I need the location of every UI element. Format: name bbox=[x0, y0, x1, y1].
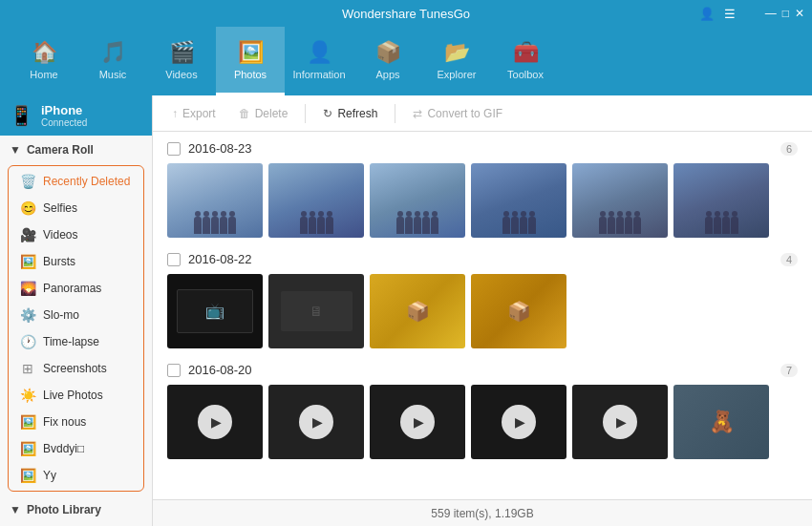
date-group-2: 2016-08-22 4 📺 🖥 bbox=[167, 252, 798, 348]
close-btn[interactable]: ✕ bbox=[795, 7, 804, 20]
photo-thumb-1-5[interactable] bbox=[572, 163, 668, 238]
date-header-left-3: 2016-08-20 bbox=[167, 363, 252, 377]
nav-photos[interactable]: 🖼️ Photos bbox=[216, 27, 285, 95]
toolbar-separator-2 bbox=[395, 104, 395, 123]
bvddyi-label: Bvddyi□ bbox=[43, 442, 84, 455]
photo-thumb-1-4[interactable] bbox=[471, 163, 566, 238]
chevron-down-icon: ▼ bbox=[10, 143, 21, 157]
photo-thumb-3-2[interactable] bbox=[268, 385, 364, 459]
play-overlay-3 bbox=[400, 405, 435, 439]
device-name: iPhone bbox=[41, 103, 87, 117]
timelapse-icon: 🕐 bbox=[20, 334, 35, 349]
sidebar-item-live-photos[interactable]: ☀️ Live Photos bbox=[9, 382, 143, 409]
sidebar-item-bursts[interactable]: 🖼️ Bursts bbox=[9, 248, 143, 275]
photo-thumb-1-1[interactable] bbox=[167, 163, 263, 238]
delete-button[interactable]: 🗑 Delete bbox=[229, 103, 298, 124]
photo-thumb-1-2[interactable] bbox=[268, 163, 364, 238]
nav-home[interactable]: 🏠 Home bbox=[10, 27, 78, 95]
date-header-3: 2016-08-20 7 bbox=[167, 363, 798, 377]
window-controls: — □ ✕ bbox=[765, 7, 804, 20]
sidebar-item-videos[interactable]: 🎥 Videos bbox=[9, 221, 143, 248]
nav-apps[interactable]: 📦 Apps bbox=[353, 27, 422, 95]
delete-icon: 🗑 bbox=[239, 107, 250, 120]
photo-thumb-3-3[interactable] bbox=[370, 385, 465, 459]
title-icons: 👤 ☰ bbox=[699, 7, 736, 21]
trash-icon: 🗑️ bbox=[20, 174, 35, 189]
group-checkbox-2[interactable] bbox=[167, 253, 181, 266]
panoramas-icon: 🌄 bbox=[20, 281, 35, 296]
photo-thumb-1-3[interactable] bbox=[370, 163, 465, 238]
status-text: 559 item(s), 1.19GB bbox=[431, 507, 533, 520]
selfies-icon: 😊 bbox=[20, 200, 35, 216]
nav-explorer-label: Explorer bbox=[438, 69, 477, 80]
nav-toolbox[interactable]: 🧰 Toolbox bbox=[491, 27, 560, 95]
sidebar-item-slo-mo[interactable]: ⚙️ Slo-mo bbox=[9, 302, 143, 328]
minimize-btn[interactable]: — bbox=[765, 7, 777, 20]
date-group-3: 2016-08-20 7 bbox=[167, 363, 798, 459]
sidebar-item-beauly[interactable]: 🖼️ beauly bbox=[0, 521, 152, 526]
photo-thumb-3-6[interactable]: 🧸 bbox=[673, 385, 769, 459]
date-header-left-2: 2016-08-22 bbox=[167, 252, 252, 266]
nav-videos[interactable]: 🎬 Videos bbox=[147, 27, 216, 95]
photo-grid: 2016-08-23 6 bbox=[153, 132, 812, 499]
sidebar-item-selfies[interactable]: 😊 Selfies bbox=[9, 195, 143, 221]
yy-label: Yy bbox=[43, 469, 56, 482]
photo-row-3: 🧸 bbox=[167, 385, 798, 459]
photo-thumb-2-3[interactable]: 📦 bbox=[370, 274, 465, 348]
sidebar-item-fix-nous[interactable]: 🖼️ Fix nous bbox=[9, 409, 143, 435]
nav-photos-label: Photos bbox=[234, 69, 267, 80]
photo-thumb-2-1[interactable]: 📺 bbox=[167, 274, 263, 348]
group-checkbox-1[interactable] bbox=[167, 142, 181, 156]
info-icon: 👤 bbox=[307, 40, 332, 65]
group-checkbox-3[interactable] bbox=[167, 364, 181, 377]
date-label-2: 2016-08-22 bbox=[188, 252, 252, 266]
live-photos-label: Live Photos bbox=[43, 389, 103, 402]
sidebar-item-screenshots[interactable]: ⊞ Screenshots bbox=[9, 355, 143, 382]
content-area: ↑ Export 🗑 Delete ↻ Refresh ⇄ Convert to… bbox=[153, 95, 812, 526]
sidebar-item-panoramas[interactable]: 🌄 Panoramas bbox=[9, 275, 143, 302]
videos-icon: 🎬 bbox=[169, 40, 195, 65]
timelapse-label: Time-lapse bbox=[43, 335, 99, 348]
nav-music[interactable]: 🎵 Music bbox=[78, 27, 147, 95]
convert-label: Convert to GIF bbox=[427, 107, 502, 120]
sidebar-item-bvddyi[interactable]: 🖼️ Bvddyi□ bbox=[9, 435, 143, 462]
recently-deleted-label: Recently Deleted bbox=[43, 175, 130, 188]
slomo-icon: ⚙️ bbox=[20, 307, 35, 323]
photo-thumb-3-5[interactable] bbox=[572, 385, 668, 459]
music-icon: 🎵 bbox=[100, 40, 126, 65]
nav-info-label: Information bbox=[292, 69, 345, 80]
refresh-button[interactable]: ↻ Refresh bbox=[313, 103, 387, 124]
photo-library-header[interactable]: ▼ Photo Library bbox=[0, 495, 152, 521]
sidebar-item-time-lapse[interactable]: 🕐 Time-lapse bbox=[9, 328, 143, 355]
sidebar-item-recently-deleted[interactable]: 🗑️ Recently Deleted bbox=[9, 168, 143, 195]
play-overlay-4 bbox=[502, 405, 536, 439]
main-layout: 📱 iPhone Connected ▼ Camera Roll 🗑️ Rece… bbox=[0, 95, 812, 526]
bvddyi-icon: 🖼️ bbox=[20, 441, 35, 456]
photo-thumb-2-2[interactable]: 🖥 bbox=[268, 274, 364, 348]
nav-information[interactable]: 👤 Information bbox=[285, 27, 353, 95]
convert-gif-button[interactable]: ⇄ Convert to GIF bbox=[403, 103, 512, 124]
photo-thumb-1-6[interactable] bbox=[673, 163, 769, 238]
nav-videos-label: Videos bbox=[165, 69, 197, 80]
toolbar-separator-1 bbox=[305, 104, 306, 123]
device-icon: 📱 bbox=[10, 104, 33, 127]
nav-explorer[interactable]: 📂 Explorer bbox=[422, 27, 491, 95]
sidebar-item-yy[interactable]: 🖼️ Yy bbox=[9, 462, 143, 489]
home-icon: 🏠 bbox=[32, 40, 57, 65]
date-header-1: 2016-08-23 6 bbox=[167, 141, 798, 156]
photo-thumb-3-4[interactable] bbox=[471, 385, 566, 459]
photo-thumb-2-4[interactable]: 📦 bbox=[471, 274, 566, 348]
camera-roll-header[interactable]: ▼ Camera Roll bbox=[0, 136, 152, 161]
export-label: Export bbox=[182, 107, 216, 120]
maximize-btn[interactable]: □ bbox=[782, 7, 789, 20]
photo-thumb-3-1[interactable] bbox=[167, 385, 263, 459]
export-button[interactable]: ↑ Export bbox=[162, 103, 225, 124]
date-header-2: 2016-08-22 4 bbox=[167, 252, 798, 266]
play-overlay-2 bbox=[299, 405, 333, 439]
bursts-label: Bursts bbox=[43, 255, 75, 268]
count-badge-2: 4 bbox=[780, 253, 798, 266]
chevron-down-icon-2: ▼ bbox=[10, 503, 21, 516]
count-badge-3: 7 bbox=[780, 364, 798, 377]
nav-home-label: Home bbox=[30, 69, 57, 80]
device-status: Connected bbox=[41, 117, 87, 128]
